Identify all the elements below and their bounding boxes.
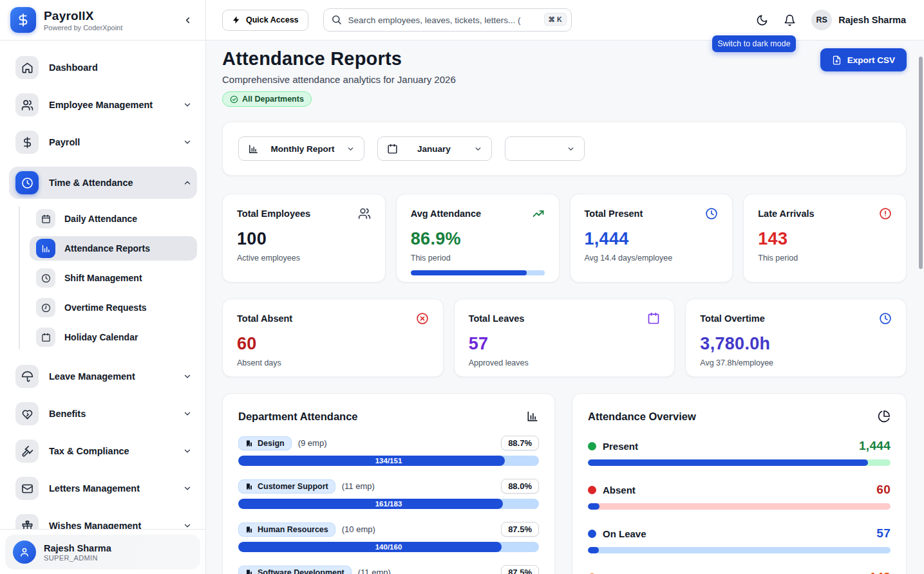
dollar-icon bbox=[21, 136, 33, 149]
brand-name: PayrollX bbox=[44, 9, 180, 23]
quick-access-button[interactable]: Quick Access bbox=[222, 10, 308, 31]
user-icon bbox=[19, 546, 30, 558]
sidebar-footer: Rajesh Sharma SUPER_ADMIN bbox=[0, 529, 205, 574]
dept-progress-bar: 140/160 bbox=[238, 542, 539, 552]
sidebar-user-card[interactable]: Rajesh Sharma SUPER_ADMIN bbox=[5, 535, 200, 569]
chevron-down-icon bbox=[183, 100, 192, 109]
dept-emp-count: (10 emp) bbox=[342, 524, 375, 534]
sidebar: PayrollX Powered by CoderXpoint Dashboar… bbox=[0, 0, 206, 574]
sidebar-item-dashboard[interactable]: Dashboard bbox=[9, 55, 197, 80]
overview-label: On Leave bbox=[603, 528, 646, 539]
overview-label: Present bbox=[603, 441, 638, 452]
clock-icon bbox=[879, 312, 892, 325]
stat-sub: Avg 14.4 days/employee bbox=[585, 254, 719, 263]
dept-badge[interactable]: Human Resources bbox=[238, 523, 335, 537]
users-icon bbox=[358, 207, 371, 220]
stat-sub: This period bbox=[411, 254, 545, 263]
page-subtitle: Comprehensive attendance analytics for J… bbox=[222, 74, 456, 85]
dept-name: Software Development bbox=[258, 568, 344, 574]
sidebar-user-role: SUPER_ADMIN bbox=[44, 554, 111, 562]
stat-card-total-present: Total Present 1,444 Avg 14.4 days/employ… bbox=[570, 194, 733, 282]
check-circle-icon bbox=[230, 95, 238, 104]
report-type-select[interactable]: Monthly Report bbox=[238, 136, 364, 161]
report-type-value: Monthly Report bbox=[271, 144, 335, 154]
sidebar-item-label: Payroll bbox=[49, 137, 183, 147]
bar-chart-icon bbox=[41, 244, 51, 254]
dept-row-human-resources: Human Resources (10 emp) 87.5% 140/160 bbox=[238, 522, 539, 552]
sidebar-item-tax-compliance[interactable]: Tax & Compliance bbox=[9, 438, 197, 464]
sidebar-item-shift-management[interactable]: Shift Management bbox=[30, 266, 197, 290]
export-csv-button[interactable]: Export CSV bbox=[820, 48, 907, 71]
export-csv-label: Export CSV bbox=[847, 55, 895, 65]
stat-label: Avg Attendance bbox=[411, 208, 481, 219]
overview-progress-bar bbox=[588, 459, 891, 466]
global-search: ⌘ K bbox=[323, 8, 572, 32]
calendar-icon bbox=[41, 214, 51, 224]
sidebar-item-leave-management[interactable]: Leave Management bbox=[9, 364, 197, 389]
filters-card: Monthly Report January bbox=[222, 122, 907, 176]
sidebar-item-label: Letters Management bbox=[49, 483, 183, 494]
sidebar-item-employee-management[interactable]: Employee Management bbox=[9, 92, 197, 118]
stat-value: 3,780.0h bbox=[700, 334, 892, 354]
stat-sub: Absent days bbox=[237, 358, 429, 367]
dept-badge[interactable]: Design bbox=[238, 436, 292, 450]
notifications-button[interactable] bbox=[784, 14, 796, 26]
sidebar-item-benefits[interactable]: Benefits bbox=[9, 401, 197, 427]
dept-fraction: 161/183 bbox=[238, 499, 539, 509]
overview-row-late-arrivals: Late Arrivals 143 bbox=[588, 570, 891, 574]
sidebar-item-letters-management[interactable]: Letters Management bbox=[9, 476, 197, 501]
chevron-down-icon bbox=[567, 145, 575, 153]
dept-name: Customer Support bbox=[258, 482, 328, 491]
dept-fraction: 134/151 bbox=[238, 456, 539, 466]
clock-icon bbox=[41, 273, 51, 283]
sidebar-user-name: Rajesh Sharma bbox=[44, 543, 111, 553]
sidebar-item-label: Daily Attendance bbox=[64, 214, 137, 224]
sidebar-item-daily-attendance[interactable]: Daily Attendance bbox=[30, 207, 197, 231]
dept-badge[interactable]: Customer Support bbox=[238, 479, 335, 494]
sidebar-item-wishes-management[interactable]: Wishes Management bbox=[9, 513, 197, 529]
overview-progress-bar bbox=[588, 547, 891, 553]
topbar-user-name: Rajesh Sharma bbox=[838, 15, 906, 25]
search-shortcut-badge: ⌘ K bbox=[544, 13, 567, 26]
page-scrollbar[interactable] bbox=[919, 57, 923, 269]
dept-name: Design bbox=[258, 439, 285, 448]
search-input[interactable] bbox=[323, 8, 572, 32]
building-icon bbox=[245, 483, 253, 490]
stat-label: Total Absent bbox=[237, 313, 292, 324]
dept-pct-badge: 87.5% bbox=[501, 522, 539, 537]
sidebar-item-label: Employee Management bbox=[49, 100, 183, 110]
dark-mode-tooltip: Switch to dark mode bbox=[712, 35, 796, 52]
x-circle-icon bbox=[416, 312, 429, 325]
sidebar-collapse-button[interactable] bbox=[180, 12, 195, 28]
sidebar-item-payroll[interactable]: Payroll bbox=[9, 129, 197, 155]
calendar-icon bbox=[387, 144, 398, 154]
dept-name: Human Resources bbox=[258, 525, 328, 534]
stat-card-late-arrivals: Late Arrivals 143 This period bbox=[743, 194, 907, 282]
sidebar-item-label: Attendance Reports bbox=[64, 243, 150, 254]
dept-row-software-development: Software Development (11 emp) 87.5% 161/… bbox=[238, 565, 539, 574]
dept-badge[interactable]: Software Development bbox=[238, 566, 352, 574]
time-attendance-submenu: Daily Attendance Attendance Reports Shif… bbox=[19, 207, 197, 349]
topbar-user-menu[interactable]: RS Rajesh Sharma bbox=[811, 10, 906, 30]
year-select[interactable] bbox=[505, 136, 585, 161]
overview-label: Absent bbox=[603, 485, 636, 495]
all-departments-badge: All Departments bbox=[222, 91, 312, 107]
overview-row-on-leave: On Leave 57 bbox=[588, 526, 891, 553]
chevron-left-icon bbox=[183, 15, 193, 25]
sidebar-item-attendance-reports[interactable]: Attendance Reports bbox=[30, 236, 197, 261]
month-select[interactable]: January bbox=[377, 136, 492, 161]
search-icon bbox=[331, 14, 342, 25]
sidebar-item-label: Overtime Requests bbox=[64, 302, 147, 313]
user-initials-avatar: RS bbox=[811, 10, 832, 30]
sidebar-item-overtime-requests[interactable]: Overtime Requests bbox=[30, 295, 197, 320]
calendar-icon bbox=[41, 333, 51, 342]
dept-row-customer-support: Customer Support (11 emp) 88.0% 161/183 bbox=[238, 479, 539, 509]
dark-mode-toggle[interactable] bbox=[756, 14, 768, 26]
stat-card-total-employees: Total Employees 100 Active employees bbox=[222, 194, 386, 282]
sidebar-item-holiday-calendar[interactable]: Holiday Calendar bbox=[30, 325, 197, 349]
sidebar-item-label: Leave Management bbox=[49, 371, 183, 382]
stat-value: 1,444 bbox=[585, 229, 719, 249]
sidebar-item-time-attendance[interactable]: Time & Attendance bbox=[9, 167, 197, 199]
overview-value: 143 bbox=[869, 570, 891, 574]
chevron-down-icon bbox=[183, 484, 192, 493]
